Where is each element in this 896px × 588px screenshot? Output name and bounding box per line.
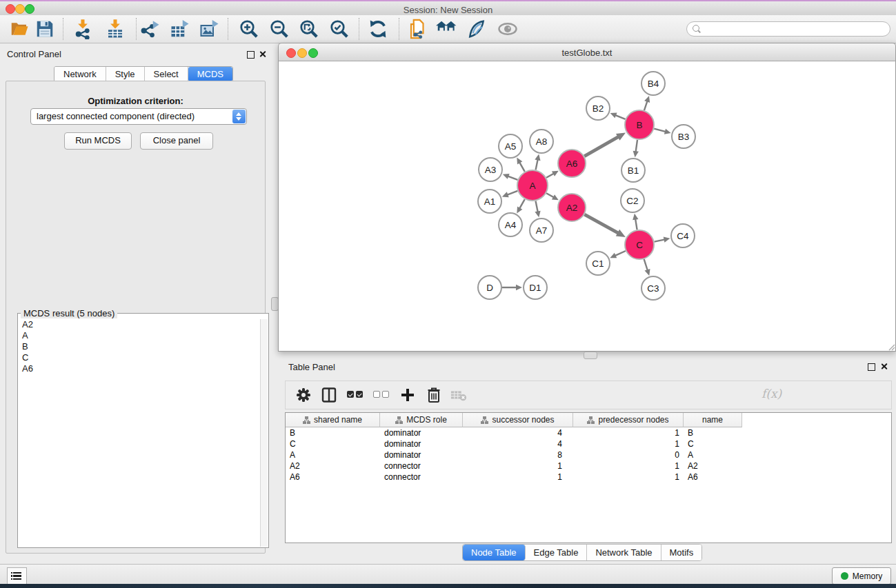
resize-grip-icon[interactable] <box>887 343 895 351</box>
table-row[interactable]: Bdominator41B <box>286 427 891 438</box>
memory-button[interactable]: Memory <box>832 567 891 585</box>
dropdown-stepper-icon[interactable] <box>232 110 246 123</box>
function-builder-icon[interactable]: f(x) <box>761 387 781 401</box>
tab-network-table[interactable]: Network Table <box>587 545 661 560</box>
criterion-dropdown[interactable]: largest connected component (directed) <box>30 108 247 125</box>
deselect-all-icon[interactable] <box>373 391 389 398</box>
tab-node-table[interactable]: Node Table <box>463 545 526 560</box>
session-titlebar[interactable]: Session: New Session <box>0 1 896 16</box>
arrowhead-icon <box>516 285 522 290</box>
zoom-fit-icon[interactable] <box>299 19 319 39</box>
import-table-icon[interactable] <box>105 19 126 39</box>
column-header-label: name <box>702 415 723 425</box>
mcds-result-title: MCDS result (5 nodes) <box>21 308 117 318</box>
network-window-titlebar[interactable]: testGlobe.txt <box>278 43 896 61</box>
column-header-MCDS-role[interactable]: MCDS role <box>380 413 463 427</box>
column-header-shared-name[interactable]: shared name <box>286 413 380 427</box>
table-row[interactable]: A6connector11A6 <box>286 472 891 483</box>
zoom-selected-icon[interactable] <box>329 19 350 39</box>
application-window: Session: New Session <box>0 0 896 588</box>
column-header-label: shared name <box>314 415 362 425</box>
search-input[interactable] <box>686 21 890 37</box>
graph-edge-B-B4[interactable] <box>644 101 648 110</box>
graph-edge-C-C1[interactable] <box>615 251 626 256</box>
settings-gear-icon[interactable] <box>295 387 312 403</box>
graph-edge-A-A6[interactable] <box>546 173 554 177</box>
refresh-icon[interactable] <box>368 19 388 39</box>
graph-edge-A-A8[interactable] <box>536 159 538 170</box>
column-header-name[interactable]: name <box>684 413 742 427</box>
graph-edge-B-B2[interactable] <box>615 115 626 119</box>
network-graph[interactable]: B4B2BB3A8A5A6A3B1AA1C2A2A4A7C4CC1C3DD1 <box>279 61 895 350</box>
arrowhead-icon <box>535 211 540 218</box>
graph-edge-A-A5[interactable] <box>519 162 525 172</box>
export-image-icon[interactable] <box>199 19 220 39</box>
table-row[interactable]: Adominator80A <box>286 449 891 460</box>
delete-column-icon[interactable] <box>426 387 442 403</box>
cell-successor_nodes: 1 <box>463 460 573 472</box>
zoom-in-icon[interactable] <box>239 19 259 39</box>
cell-shared_name: A6 <box>286 472 380 483</box>
graph-edge-A-A2[interactable] <box>546 193 554 197</box>
graph-edge-A2-C[interactable] <box>584 214 618 233</box>
column-header-predecessor-nodes[interactable]: predecessor nodes <box>573 413 684 427</box>
graph-edge-B-B1[interactable] <box>636 140 637 152</box>
run-mcds-button[interactable]: Run MCDS <box>64 132 132 150</box>
graph-edge-B-B3[interactable] <box>654 129 666 132</box>
show-hide-icon[interactable] <box>497 19 518 39</box>
arrowhead-icon <box>644 96 650 103</box>
select-all-icon[interactable] <box>347 391 363 398</box>
open-file-icon[interactable] <box>9 19 30 39</box>
cell-name: A2 <box>684 460 742 472</box>
graph-edge-A6-B[interactable] <box>584 136 619 156</box>
control-panel-title: Control Panel <box>7 49 61 59</box>
control-panel-close-icon[interactable] <box>259 50 266 58</box>
export-network-icon[interactable] <box>140 19 161 39</box>
graphics-details-icon[interactable] <box>466 19 486 39</box>
save-session-icon[interactable] <box>34 19 55 39</box>
table-panel-close-icon[interactable] <box>880 363 888 370</box>
optimization-criterion-label: Optimization criterion: <box>6 96 265 106</box>
arrowhead-icon <box>664 129 671 134</box>
add-column-icon[interactable] <box>399 387 416 403</box>
mcds-result-scrollbar[interactable] <box>260 319 268 547</box>
task-history-button[interactable] <box>7 567 27 585</box>
toolbar-separator <box>136 18 137 40</box>
control-panel-float-icon[interactable] <box>247 51 255 59</box>
import-network-icon[interactable] <box>72 19 93 39</box>
status-bar: Memory <box>0 564 896 585</box>
home-layout-icon[interactable] <box>436 19 457 39</box>
graph-node-label: B1 <box>628 165 639 176</box>
tab-style[interactable]: Style <box>106 67 145 81</box>
graph-edge-A-A3[interactable] <box>508 176 518 180</box>
graph-edge-A-A1[interactable] <box>507 191 518 195</box>
graph-edge-C-C2[interactable] <box>635 219 637 230</box>
export-table-icon[interactable] <box>170 19 190 39</box>
copy-network-icon[interactable] <box>408 19 428 39</box>
tab-select[interactable]: Select <box>145 67 188 81</box>
split-columns-icon[interactable] <box>321 387 337 403</box>
table-row[interactable]: A2connector11A2 <box>286 460 891 472</box>
table-divider-grip[interactable] <box>584 352 597 359</box>
graph-edge-A-A7[interactable] <box>536 201 538 212</box>
cell-mcds_role: dominator <box>380 449 463 460</box>
tab-edge-table[interactable]: Edge Table <box>526 545 588 560</box>
close-panel-button[interactable]: Close panel <box>140 132 213 150</box>
arrowhead-icon <box>664 237 670 243</box>
table-panel-float-icon[interactable] <box>868 363 875 371</box>
graph-edge-C-C3[interactable] <box>644 259 648 271</box>
graph-node-label: D1 <box>529 283 541 293</box>
cell-predecessor_nodes: 1 <box>573 460 684 472</box>
session-title: Session: New Session <box>0 5 896 15</box>
tab-mcds[interactable]: MCDS <box>188 67 232 81</box>
mcds-result-list[interactable]: A2ABCA6 <box>19 319 260 546</box>
tab-network[interactable]: Network <box>54 67 106 81</box>
graph-edge-A-A4[interactable] <box>519 199 525 209</box>
network-canvas[interactable]: B4B2BB3A8A5A6A3B1AA1C2A2A4A7C4CC1C3DD1 <box>278 61 896 352</box>
tab-motifs[interactable]: Motifs <box>661 545 702 560</box>
zoom-out-icon[interactable] <box>269 19 290 39</box>
graph-edge-C-C4[interactable] <box>655 239 666 241</box>
column-header-successor-nodes[interactable]: successor nodes <box>463 413 573 427</box>
table-row[interactable]: Cdominator41C <box>286 438 891 449</box>
delete-table-icon[interactable] <box>450 387 467 403</box>
